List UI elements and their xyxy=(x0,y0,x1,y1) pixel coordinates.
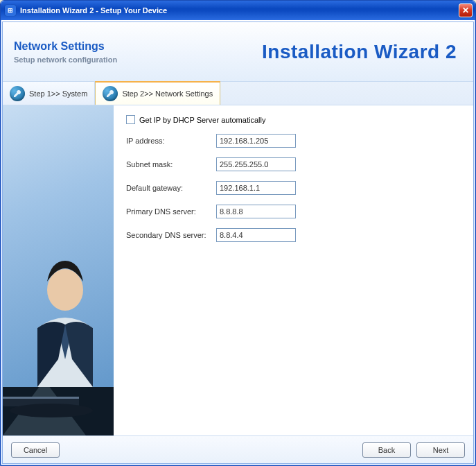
wrench-icon xyxy=(10,86,25,101)
client-area: Network Settings Setup network configura… xyxy=(2,21,474,464)
app-icon: ⊞ xyxy=(5,5,16,16)
header: Network Settings Setup network configura… xyxy=(3,22,473,82)
subnet-input[interactable] xyxy=(216,157,296,171)
dns2-input[interactable] xyxy=(216,228,296,242)
form-content: Get IP by DHCP Server automatically IP a… xyxy=(114,105,473,435)
dhcp-label[interactable]: Get IP by DHCP Server automatically xyxy=(139,116,265,124)
ip-label: IP address: xyxy=(126,137,216,145)
gateway-label: Default gateway: xyxy=(126,184,216,192)
tab-step2[interactable]: Step 2>> Network Settings xyxy=(95,81,220,105)
titlebar[interactable]: ⊞ Installation Wizard 2 - Setup Your Dev… xyxy=(1,1,475,20)
person-illustration xyxy=(3,227,114,435)
svg-point-5 xyxy=(10,404,93,417)
close-icon[interactable]: ✕ xyxy=(459,3,473,17)
next-button[interactable]: Next xyxy=(416,442,465,458)
side-panel xyxy=(3,105,114,435)
tab-step2-label: Step 2>> Network Settings xyxy=(122,89,213,98)
dns2-label: Secondary DNS server: xyxy=(126,231,216,239)
subnet-label: Subnet mask: xyxy=(126,160,216,169)
back-button[interactable]: Back xyxy=(362,442,411,458)
tab-step1[interactable]: Step 1>> System xyxy=(3,82,95,105)
cancel-button[interactable]: Cancel xyxy=(11,442,60,458)
main-window: ⊞ Installation Wizard 2 - Setup Your Dev… xyxy=(0,0,476,466)
wrench-icon xyxy=(103,86,118,101)
window-title: Installation Wizard 2 - Setup Your Devic… xyxy=(20,6,459,15)
dns1-label: Primary DNS server: xyxy=(126,207,216,216)
page-subtitle: Setup network configuration xyxy=(14,55,117,64)
svg-rect-4 xyxy=(3,397,79,399)
ip-input[interactable] xyxy=(216,134,296,148)
page-title: Network Settings xyxy=(14,40,117,53)
tab-step1-label: Step 1>> System xyxy=(29,89,87,98)
tab-bar: Step 1>> System Step 2>> Network Setting… xyxy=(3,82,473,105)
dhcp-checkbox[interactable] xyxy=(126,115,135,124)
footer: Cancel Back Next xyxy=(3,435,473,463)
gateway-input[interactable] xyxy=(216,181,296,195)
brand-text: Installation Wizard 2 xyxy=(262,41,457,63)
dns1-input[interactable] xyxy=(216,205,296,218)
svg-point-2 xyxy=(47,269,83,311)
